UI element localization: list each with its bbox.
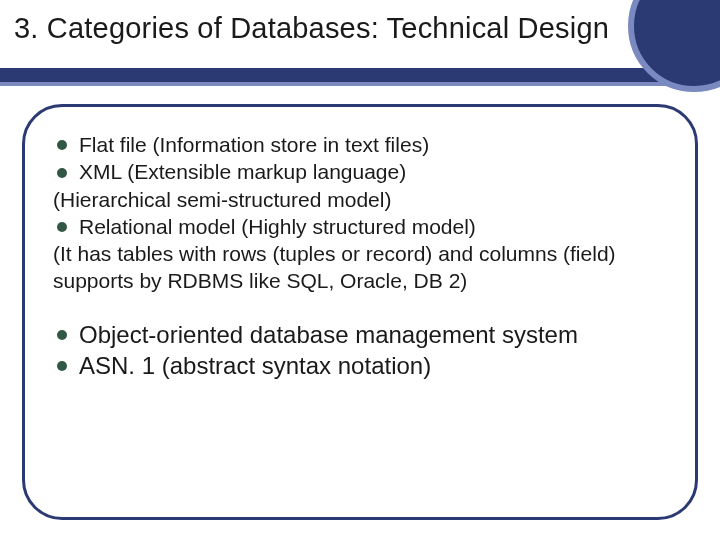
text-block-1: Flat file (Information store in text fil… [53,131,667,295]
list-item: ASN. 1 (abstract syntax notation) [53,350,667,381]
bullet-icon [57,222,67,232]
text-block-2: Object-oriented database management syst… [53,319,667,381]
bullet-icon [57,140,67,150]
slide: 3. Categories of Databases: Technical De… [0,0,720,540]
list-item: Object-oriented database management syst… [53,319,667,350]
list-item-label: Flat file (Information store in text fil… [79,133,429,156]
bullet-icon [57,361,67,371]
bullet-icon [57,330,67,340]
list-item-label: XML (Extensible markup language) [79,160,406,183]
list-item-label: ASN. 1 (abstract syntax notation) [79,352,431,379]
list-item-label: Object-oriented database management syst… [79,321,578,348]
body-line: (Hierarchical semi-structured model) [53,186,667,213]
body-frame: Flat file (Information store in text fil… [22,104,698,520]
body-content: Flat file (Information store in text fil… [53,131,667,381]
body-line: (It has tables with rows (tuples or reco… [53,240,667,295]
bullet-icon [57,168,67,178]
list-item: Relational model (Highly structured mode… [53,213,667,240]
list-item: Flat file (Information store in text fil… [53,131,667,158]
list-item-label: Relational model (Highly structured mode… [79,215,476,238]
slide-title: 3. Categories of Databases: Technical De… [14,12,720,45]
list-item: XML (Extensible markup language) [53,158,667,185]
divider [0,68,720,86]
